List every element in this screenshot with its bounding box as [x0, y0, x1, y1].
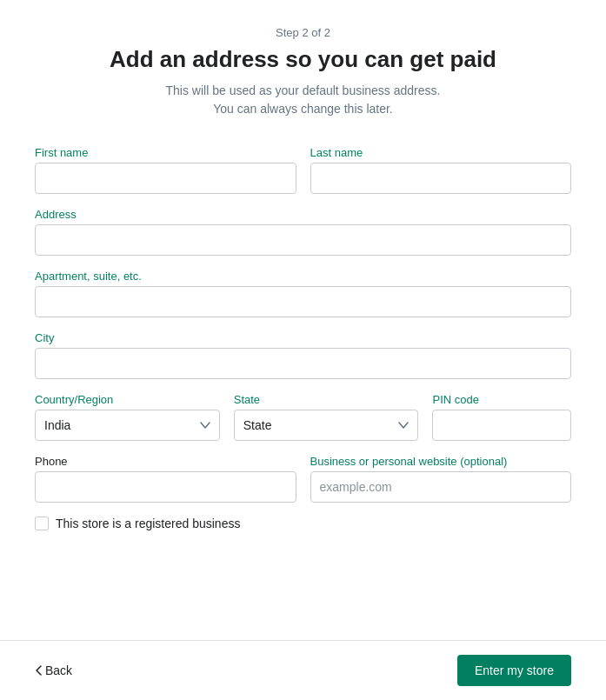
phone-group: Phone	[35, 455, 296, 503]
back-chevron-icon	[35, 665, 42, 676]
state-select[interactable]: State	[234, 410, 419, 441]
phone-label: Phone	[35, 455, 296, 468]
address-input[interactable]	[35, 224, 571, 256]
registered-business-label: This store is a registered business	[56, 517, 240, 530]
city-group: City	[35, 331, 571, 379]
apartment-group: Apartment, suite, etc.	[35, 270, 571, 317]
apartment-row: Apartment, suite, etc.	[35, 270, 571, 317]
first-name-group: First name	[35, 146, 296, 194]
address-form: First name Last name Address Apartment,	[35, 146, 571, 530]
phone-input[interactable]	[35, 471, 296, 503]
address-label: Address	[35, 208, 571, 221]
city-row: City	[35, 331, 571, 379]
pin-input[interactable]	[432, 410, 571, 441]
last-name-label: Last name	[310, 146, 572, 159]
contact-row: Phone Business or personal website (opti…	[35, 455, 571, 503]
address-row: Address	[35, 208, 571, 256]
pin-label: PIN code	[432, 393, 571, 406]
enter-store-button[interactable]: Enter my store	[457, 655, 571, 686]
apartment-label: Apartment, suite, etc.	[35, 270, 571, 283]
city-input[interactable]	[35, 348, 571, 379]
website-label: Business or personal website (optional)	[310, 455, 572, 468]
country-label: Country/Region	[35, 393, 220, 406]
last-name-input[interactable]	[310, 163, 572, 194]
country-select-wrapper: India	[35, 410, 220, 441]
apartment-input[interactable]	[35, 286, 571, 317]
pin-group: PIN code	[432, 393, 571, 441]
country-select[interactable]: India	[35, 410, 220, 441]
page-subtitle: This will be used as your default busine…	[35, 82, 571, 118]
country-group: Country/Region India	[35, 393, 220, 441]
state-label: State	[234, 393, 419, 406]
website-input[interactable]	[310, 471, 572, 503]
back-button[interactable]: Back	[35, 657, 72, 684]
website-group: Business or personal website (optional)	[310, 455, 572, 503]
state-select-wrapper: State	[234, 410, 419, 441]
page-title: Add an address so you can get paid	[35, 46, 571, 73]
footer-bar: Back Enter my store	[0, 640, 606, 700]
registered-business-row: This store is a registered business	[35, 517, 571, 530]
first-name-input[interactable]	[35, 163, 296, 194]
name-row: First name Last name	[35, 146, 571, 194]
first-name-label: First name	[35, 146, 296, 159]
state-group: State State	[234, 393, 419, 441]
step-indicator: Step 2 of 2	[35, 26, 571, 39]
registered-business-checkbox[interactable]	[35, 517, 49, 530]
last-name-group: Last name	[310, 146, 572, 194]
city-label: City	[35, 331, 571, 344]
region-row: Country/Region India State State	[35, 393, 571, 441]
address-group: Address	[35, 208, 571, 256]
